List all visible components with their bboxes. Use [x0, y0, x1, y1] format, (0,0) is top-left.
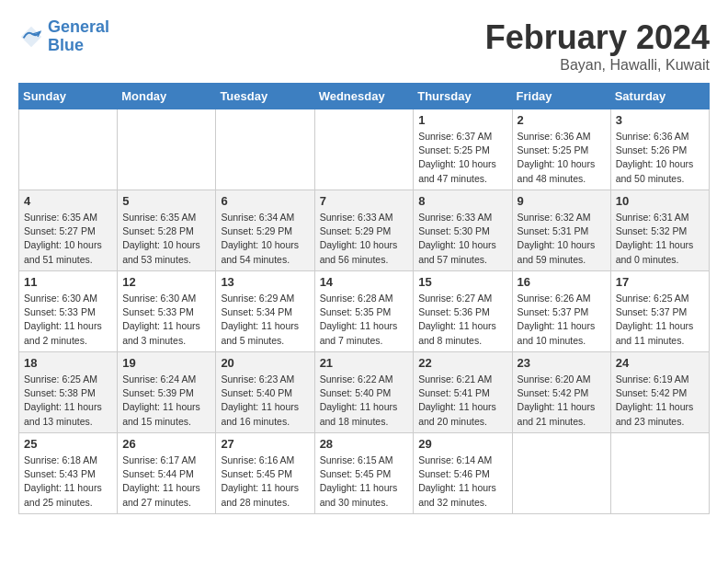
day-info: Sunrise: 6:25 AM Sunset: 5:38 PM Dayligh… — [24, 373, 112, 429]
day-info: Sunrise: 6:30 AM Sunset: 5:33 PM Dayligh… — [24, 292, 112, 348]
calendar-body: 1Sunrise: 6:37 AM Sunset: 5:25 PM Daylig… — [19, 109, 710, 514]
weekday-header: Wednesday — [314, 84, 414, 109]
day-number: 18 — [24, 356, 112, 370]
day-number: 15 — [418, 275, 506, 289]
day-info: Sunrise: 6:16 AM Sunset: 5:45 PM Dayligh… — [221, 454, 309, 510]
day-info: Sunrise: 6:35 AM Sunset: 5:27 PM Dayligh… — [24, 211, 112, 267]
calendar-cell: 23Sunrise: 6:20 AM Sunset: 5:42 PM Dayli… — [512, 352, 610, 433]
weekday-header: Monday — [118, 84, 216, 109]
logo-blue: Blue — [48, 36, 84, 54]
calendar-cell: 6Sunrise: 6:34 AM Sunset: 5:29 PM Daylig… — [216, 190, 314, 271]
day-number: 1 — [418, 113, 506, 127]
day-number: 13 — [221, 275, 309, 289]
calendar-cell — [118, 109, 216, 190]
calendar-cell — [512, 433, 610, 514]
calendar-cell: 17Sunrise: 6:25 AM Sunset: 5:37 PM Dayli… — [610, 271, 709, 352]
calendar-week-row: 1Sunrise: 6:37 AM Sunset: 5:25 PM Daylig… — [19, 109, 710, 190]
day-number: 4 — [24, 194, 112, 208]
day-number: 12 — [122, 275, 210, 289]
day-info: Sunrise: 6:32 AM Sunset: 5:31 PM Dayligh… — [518, 211, 606, 267]
day-number: 25 — [24, 437, 112, 451]
month-title: February 2024 — [485, 18, 710, 57]
calendar-week-row: 11Sunrise: 6:30 AM Sunset: 5:33 PM Dayli… — [19, 271, 710, 352]
calendar-cell: 18Sunrise: 6:25 AM Sunset: 5:38 PM Dayli… — [19, 352, 118, 433]
calendar-cell — [314, 109, 414, 190]
calendar-cell: 19Sunrise: 6:24 AM Sunset: 5:39 PM Dayli… — [118, 352, 216, 433]
calendar-cell: 8Sunrise: 6:33 AM Sunset: 5:30 PM Daylig… — [414, 190, 512, 271]
calendar-cell: 7Sunrise: 6:33 AM Sunset: 5:29 PM Daylig… — [314, 190, 414, 271]
calendar-cell: 11Sunrise: 6:30 AM Sunset: 5:33 PM Dayli… — [19, 271, 118, 352]
logo-text: General Blue — [48, 18, 109, 55]
logo-general: General — [48, 17, 109, 36]
day-number: 24 — [616, 356, 704, 370]
calendar-cell: 15Sunrise: 6:27 AM Sunset: 5:36 PM Dayli… — [414, 271, 512, 352]
calendar-cell: 12Sunrise: 6:30 AM Sunset: 5:33 PM Dayli… — [118, 271, 216, 352]
day-info: Sunrise: 6:33 AM Sunset: 5:30 PM Dayligh… — [418, 211, 506, 267]
day-number: 2 — [518, 113, 606, 127]
logo: General Blue — [18, 18, 109, 55]
day-info: Sunrise: 6:35 AM Sunset: 5:28 PM Dayligh… — [122, 211, 210, 267]
calendar-cell: 22Sunrise: 6:21 AM Sunset: 5:41 PM Dayli… — [414, 352, 512, 433]
calendar-cell: 20Sunrise: 6:23 AM Sunset: 5:40 PM Dayli… — [216, 352, 314, 433]
calendar-cell: 9Sunrise: 6:32 AM Sunset: 5:31 PM Daylig… — [512, 190, 610, 271]
day-info: Sunrise: 6:15 AM Sunset: 5:45 PM Dayligh… — [320, 454, 409, 510]
day-info: Sunrise: 6:18 AM Sunset: 5:43 PM Dayligh… — [24, 454, 112, 510]
day-number: 16 — [518, 275, 606, 289]
day-number: 23 — [518, 356, 606, 370]
day-info: Sunrise: 6:36 AM Sunset: 5:26 PM Dayligh… — [616, 130, 704, 186]
calendar-cell: 5Sunrise: 6:35 AM Sunset: 5:28 PM Daylig… — [118, 190, 216, 271]
day-info: Sunrise: 6:21 AM Sunset: 5:41 PM Dayligh… — [418, 373, 506, 429]
weekday-header: Friday — [512, 84, 610, 109]
calendar-cell: 14Sunrise: 6:28 AM Sunset: 5:35 PM Dayli… — [314, 271, 414, 352]
calendar-cell: 25Sunrise: 6:18 AM Sunset: 5:43 PM Dayli… — [19, 433, 118, 514]
calendar-cell: 26Sunrise: 6:17 AM Sunset: 5:44 PM Dayli… — [118, 433, 216, 514]
calendar-cell: 21Sunrise: 6:22 AM Sunset: 5:40 PM Dayli… — [314, 352, 414, 433]
calendar-cell: 2Sunrise: 6:36 AM Sunset: 5:25 PM Daylig… — [512, 109, 610, 190]
weekday-header: Thursday — [414, 84, 512, 109]
day-info: Sunrise: 6:31 AM Sunset: 5:32 PM Dayligh… — [616, 211, 704, 267]
calendar-cell: 10Sunrise: 6:31 AM Sunset: 5:32 PM Dayli… — [610, 190, 709, 271]
calendar-cell — [216, 109, 314, 190]
day-info: Sunrise: 6:26 AM Sunset: 5:37 PM Dayligh… — [518, 292, 606, 348]
calendar-cell: 13Sunrise: 6:29 AM Sunset: 5:34 PM Dayli… — [216, 271, 314, 352]
calendar-cell — [610, 433, 709, 514]
calendar-cell: 16Sunrise: 6:26 AM Sunset: 5:37 PM Dayli… — [512, 271, 610, 352]
day-number: 17 — [616, 275, 704, 289]
day-number: 26 — [122, 437, 210, 451]
day-info: Sunrise: 6:34 AM Sunset: 5:29 PM Dayligh… — [221, 211, 309, 267]
calendar-cell: 3Sunrise: 6:36 AM Sunset: 5:26 PM Daylig… — [610, 109, 709, 190]
calendar-table: SundayMondayTuesdayWednesdayThursdayFrid… — [18, 83, 710, 514]
calendar-week-row: 25Sunrise: 6:18 AM Sunset: 5:43 PM Dayli… — [19, 433, 710, 514]
day-number: 29 — [418, 437, 506, 451]
day-info: Sunrise: 6:25 AM Sunset: 5:37 PM Dayligh… — [616, 292, 704, 348]
day-info: Sunrise: 6:19 AM Sunset: 5:42 PM Dayligh… — [616, 373, 704, 429]
day-number: 5 — [122, 194, 210, 208]
day-number: 19 — [122, 356, 210, 370]
weekday-header: Sunday — [19, 84, 118, 109]
location-subtitle: Bayan, Hawalli, Kuwait — [485, 57, 710, 74]
day-number: 22 — [418, 356, 506, 370]
day-info: Sunrise: 6:27 AM Sunset: 5:36 PM Dayligh… — [418, 292, 506, 348]
weekday-header: Saturday — [610, 84, 709, 109]
calendar-week-row: 18Sunrise: 6:25 AM Sunset: 5:38 PM Dayli… — [19, 352, 710, 433]
day-info: Sunrise: 6:20 AM Sunset: 5:42 PM Dayligh… — [518, 373, 606, 429]
day-number: 11 — [24, 275, 112, 289]
calendar-cell: 29Sunrise: 6:14 AM Sunset: 5:46 PM Dayli… — [414, 433, 512, 514]
calendar-week-row: 4Sunrise: 6:35 AM Sunset: 5:27 PM Daylig… — [19, 190, 710, 271]
day-info: Sunrise: 6:24 AM Sunset: 5:39 PM Dayligh… — [122, 373, 210, 429]
day-info: Sunrise: 6:14 AM Sunset: 5:46 PM Dayligh… — [418, 454, 506, 510]
day-info: Sunrise: 6:33 AM Sunset: 5:29 PM Dayligh… — [320, 211, 409, 267]
weekday-header: Tuesday — [216, 84, 314, 109]
day-info: Sunrise: 6:22 AM Sunset: 5:40 PM Dayligh… — [320, 373, 409, 429]
calendar-cell: 1Sunrise: 6:37 AM Sunset: 5:25 PM Daylig… — [414, 109, 512, 190]
title-block: February 2024 Bayan, Hawalli, Kuwait — [485, 18, 710, 74]
day-number: 28 — [320, 437, 409, 451]
day-number: 9 — [518, 194, 606, 208]
calendar-cell: 27Sunrise: 6:16 AM Sunset: 5:45 PM Dayli… — [216, 433, 314, 514]
day-info: Sunrise: 6:17 AM Sunset: 5:44 PM Dayligh… — [122, 454, 210, 510]
weekday-row: SundayMondayTuesdayWednesdayThursdayFrid… — [19, 84, 710, 109]
calendar-cell: 24Sunrise: 6:19 AM Sunset: 5:42 PM Dayli… — [610, 352, 709, 433]
calendar-cell — [19, 109, 118, 190]
day-number: 14 — [320, 275, 409, 289]
logo-icon — [18, 24, 44, 50]
